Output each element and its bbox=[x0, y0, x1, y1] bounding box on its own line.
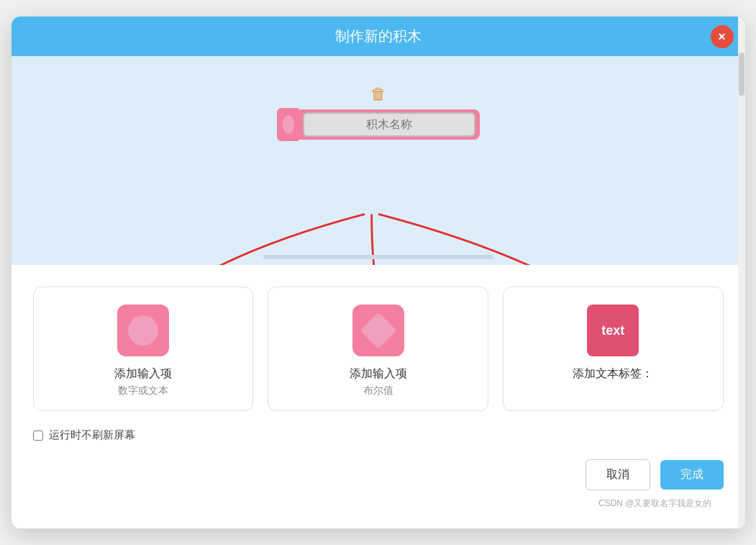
option-card-number-text[interactable]: 添加输入项 数字或文本 bbox=[33, 287, 254, 411]
watermark: CSDN @又要取名字我是女的 bbox=[33, 496, 724, 514]
dialog-title: 制作新的积木 bbox=[335, 28, 422, 44]
scrollbar[interactable] bbox=[738, 17, 745, 528]
dialog: 制作新的积木 × 🗑 bbox=[12, 17, 745, 528]
diamond-shape bbox=[360, 312, 396, 349]
option-label-sub-0: 数字或文本 bbox=[118, 384, 168, 397]
option-label-main-1: 添加输入项 bbox=[350, 366, 407, 382]
block-shape bbox=[277, 108, 480, 141]
canvas-area: 🗑 bbox=[12, 56, 745, 265]
option-card-text-label[interactable]: text 添加文本标签： bbox=[503, 287, 724, 411]
confirm-button[interactable]: 完成 bbox=[660, 460, 724, 490]
no-refresh-label: 运行时不刷新屏幕 bbox=[49, 428, 135, 442]
scroll-indicator bbox=[263, 255, 493, 259]
circle-shape bbox=[128, 315, 158, 346]
no-refresh-checkbox[interactable] bbox=[33, 431, 43, 441]
delete-icon[interactable]: 🗑 bbox=[370, 85, 386, 104]
block-notch bbox=[277, 108, 299, 141]
block-name-input[interactable] bbox=[303, 112, 475, 137]
footer-row: 取消 完成 bbox=[33, 459, 724, 496]
block-wrapper: 🗑 bbox=[277, 85, 480, 141]
block-main bbox=[299, 109, 480, 140]
options-row: 添加输入项 数字或文本 添加输入项 布尔值 text 添加文本标签： bbox=[33, 287, 724, 411]
option-icon-circle bbox=[117, 305, 169, 356]
option-icon-diamond bbox=[352, 305, 404, 356]
scrollbar-thumb[interactable] bbox=[739, 53, 744, 96]
option-label-main-2: 添加文本标签： bbox=[573, 366, 653, 382]
close-button[interactable]: × bbox=[711, 25, 734, 48]
bottom-area: 添加输入项 数字或文本 添加输入项 布尔值 text 添加文本标签： bbox=[12, 265, 745, 528]
option-card-boolean[interactable]: 添加输入项 布尔值 bbox=[268, 287, 488, 411]
option-label-sub-1: 布尔值 bbox=[363, 384, 393, 397]
checkbox-row: 运行时不刷新屏幕 bbox=[33, 428, 724, 442]
option-icon-text: text bbox=[587, 305, 639, 356]
option-label-main-0: 添加输入项 bbox=[114, 366, 172, 382]
dialog-header: 制作新的积木 × bbox=[12, 17, 745, 56]
cancel-button[interactable]: 取消 bbox=[586, 459, 650, 490]
